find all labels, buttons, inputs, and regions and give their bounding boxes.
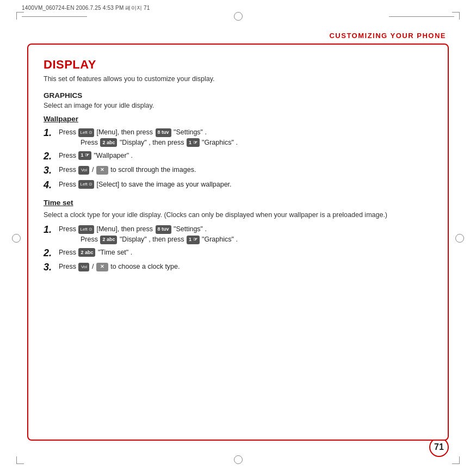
step-4-number: 4. xyxy=(44,180,55,191)
left-key-icon-3: Left ⊙ xyxy=(78,225,94,234)
x-key-1: ✕ xyxy=(96,166,108,175)
step-4: 4. Press Left ⊙ [Select] to save the ima… xyxy=(44,180,432,191)
wallpaper-steps: 1. Press Left ⊙ [Menu], then press 8 tuv… xyxy=(44,127,432,191)
main-content-box: DISPLAY This set of features allows you … xyxy=(27,44,449,441)
step-1-content: Press Left ⊙ [Menu], then press 8 tuv "S… xyxy=(59,127,432,148)
corner-bl xyxy=(16,456,24,464)
ts-step-2-number: 2. xyxy=(44,248,55,259)
key-2abc-2: 2 abc xyxy=(100,236,117,244)
vol-key-2: Vol xyxy=(78,263,89,271)
circle-bottom-center xyxy=(234,455,243,464)
ts-step-3-number: 3. xyxy=(44,262,55,274)
key-8tuv-2: 8 tuv xyxy=(156,225,171,234)
timeset-steps: 1. Press Left ⊙ [Menu], then press 8 tuv… xyxy=(44,224,432,274)
x-key-2: ✕ xyxy=(96,263,108,271)
step-3-number: 3. xyxy=(44,165,55,177)
top-line-right xyxy=(389,16,454,17)
step-2-content: Press 1 ☞ "Wallpaper" . xyxy=(59,151,432,161)
display-subtitle: This set of features allows you to custo… xyxy=(44,75,432,83)
step-4-content: Press Left ⊙ [Select] to save the image … xyxy=(59,180,432,190)
left-key-icon: Left ⊙ xyxy=(78,128,94,137)
ts-step-2: 2. Press 2 abc "Time set" . xyxy=(44,248,432,259)
key-2abc-1: 2 abc xyxy=(100,138,117,147)
key-8tuv: 8 tuv xyxy=(156,128,171,137)
ts-step-1-subline: Press 2 abc "Display" , then press 1 ☞ "… xyxy=(59,234,432,245)
left-key-icon-2: Left ⊙ xyxy=(78,180,94,189)
step-1-subline: Press 2 abc "Display" , then press 1 ☞ "… xyxy=(59,138,432,148)
key-2abc-3: 2 abc xyxy=(78,248,95,257)
top-line-left xyxy=(22,16,87,17)
vol-key-1: Vol xyxy=(78,166,89,175)
wallpaper-title: Wallpaper xyxy=(44,115,432,123)
ts-step-2-content: Press 2 abc "Time set" . xyxy=(59,248,432,258)
graphics-title: GRAPHICS xyxy=(44,91,432,100)
file-info: 1400VM_060724-EN 2006.7.25 4:53 PM 페이지 7… xyxy=(22,5,150,11)
circle-top-center xyxy=(234,12,243,21)
timeset-title: Time set xyxy=(44,199,432,207)
step-3-content: Press Vol / ✕ to scroll through the imag… xyxy=(59,165,432,175)
circle-left-center xyxy=(12,234,21,243)
circle-right-center xyxy=(455,234,464,243)
display-title: DISPLAY xyxy=(44,58,432,72)
timeset-description: Select a clock type for your idle displa… xyxy=(44,211,432,219)
ts-step-1: 1. Press Left ⊙ [Menu], then press 8 tuv… xyxy=(44,224,432,245)
step-1-number: 1. xyxy=(44,127,55,139)
graphics-description: Select an image for your idle display. xyxy=(44,102,432,109)
header-bar: 1400VM_060724-EN 2006.7.25 4:53 PM 페이지 7… xyxy=(22,4,150,12)
step-3: 3. Press Vol / ✕ to scroll through the i… xyxy=(44,165,432,177)
ts-step-1-number: 1. xyxy=(44,224,55,236)
corner-br xyxy=(452,456,460,464)
ts-step-3-content: Press Vol / ✕ to choose a clock type. xyxy=(59,262,432,272)
step-1: 1. Press Left ⊙ [Menu], then press 8 tuv… xyxy=(44,127,432,148)
ts-step-3: 3. Press Vol / ✕ to choose a clock type. xyxy=(44,262,432,274)
corner-tl xyxy=(16,12,24,20)
key-1-3: 1 ☞ xyxy=(187,236,200,244)
corner-tr xyxy=(452,12,460,20)
step-2-number: 2. xyxy=(44,151,55,163)
step-2: 2. Press 1 ☞ "Wallpaper" . xyxy=(44,151,432,163)
page: 1400VM_060724-EN 2006.7.25 4:53 PM 페이지 7… xyxy=(0,0,476,476)
key-1-1: 1 ☞ xyxy=(187,138,200,147)
section-header: CUSTOMIZING YOUR PHONE xyxy=(329,32,446,40)
key-1-2: 1 ☞ xyxy=(78,151,91,160)
ts-step-1-content: Press Left ⊙ [Menu], then press 8 tuv "S… xyxy=(59,224,432,245)
